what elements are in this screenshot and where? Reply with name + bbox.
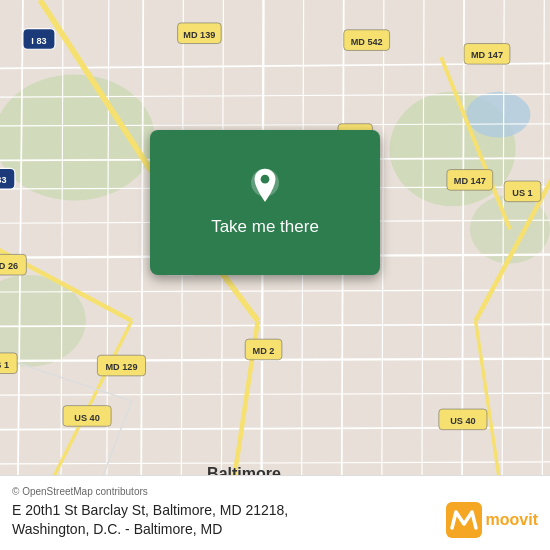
moovit-logo: moovit — [446, 502, 538, 538]
svg-text:MD 129: MD 129 — [105, 362, 137, 372]
svg-point-5 — [466, 92, 530, 138]
map-container: I 83 MD 139 MD 542 MD 147 I 83 542 MD 14… — [0, 0, 550, 550]
svg-text:US 1: US 1 — [0, 360, 9, 370]
bottom-row: E 20th1 St Barclay St, Baltimore, MD 212… — [12, 501, 538, 540]
address-line2: Washington, D.C. - Baltimore, MD — [12, 521, 222, 537]
bottom-info-panel: © OpenStreetMap contributors E 20th1 St … — [0, 475, 550, 550]
svg-text:US 1: US 1 — [512, 188, 532, 198]
svg-text:MD 147: MD 147 — [454, 176, 486, 186]
moovit-icon — [446, 502, 482, 538]
address-line1: E 20th1 St Barclay St, Baltimore, MD 212… — [12, 502, 288, 518]
moovit-brand-name: moovit — [486, 511, 538, 529]
svg-point-76 — [261, 174, 270, 183]
svg-text:I 83: I 83 — [0, 175, 6, 185]
map-svg: I 83 MD 139 MD 542 MD 147 I 83 542 MD 14… — [0, 0, 550, 550]
svg-text:MD 139: MD 139 — [183, 30, 215, 40]
osm-attribution: © OpenStreetMap contributors — [12, 486, 538, 497]
svg-rect-77 — [446, 502, 482, 538]
address-text: E 20th1 St Barclay St, Baltimore, MD 212… — [12, 501, 446, 540]
svg-text:I 83: I 83 — [31, 36, 46, 46]
take-me-panel: Take me there — [150, 130, 380, 275]
svg-text:US 40: US 40 — [450, 416, 475, 426]
svg-text:MD 147: MD 147 — [471, 50, 503, 60]
svg-text:MD 26: MD 26 — [0, 261, 18, 271]
map-background: I 83 MD 139 MD 542 MD 147 I 83 542 MD 14… — [0, 0, 550, 550]
svg-text:MD 542: MD 542 — [351, 37, 383, 47]
svg-text:US 40: US 40 — [74, 413, 99, 423]
svg-text:MD 2: MD 2 — [253, 346, 275, 356]
location-pin-icon — [245, 167, 285, 207]
take-me-there-button[interactable]: Take me there — [203, 215, 327, 239]
